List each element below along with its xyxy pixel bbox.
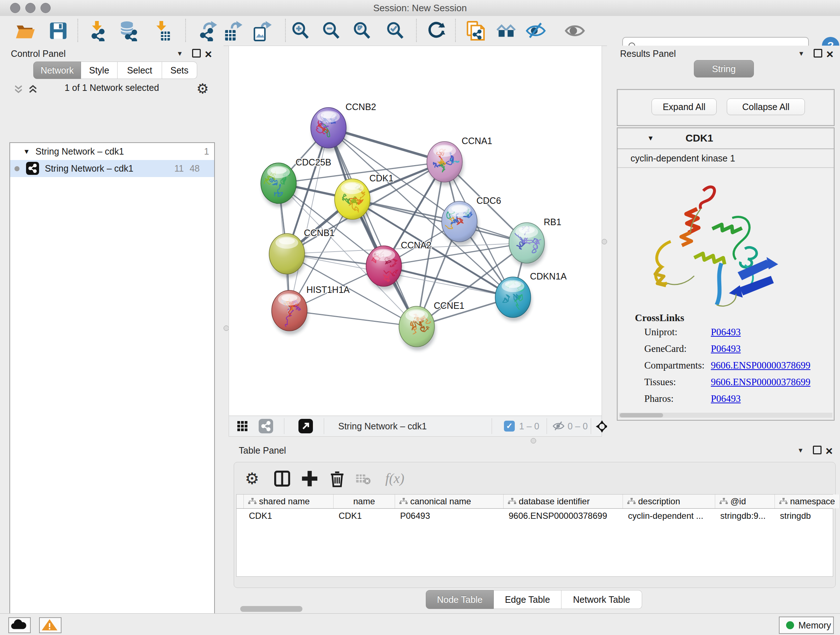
- function-builder-icon[interactable]: f(x): [385, 470, 404, 486]
- external-link-icon[interactable]: [298, 419, 313, 433]
- table-hscrollbar[interactable]: [240, 606, 302, 612]
- export-table-icon[interactable]: [222, 20, 243, 41]
- refresh-icon[interactable]: [426, 20, 447, 41]
- left-splitter-handle[interactable]: [224, 325, 229, 331]
- add-column-icon[interactable]: [300, 469, 319, 488]
- column-header-name[interactable]: name: [333, 494, 395, 508]
- column-header-namespace[interactable]: namespace: [775, 494, 840, 508]
- duplicate-network-icon[interactable]: [464, 20, 485, 41]
- network-node-ccna1[interactable]: CCNA1: [427, 136, 493, 186]
- table-cell[interactable]: P06493: [395, 509, 508, 523]
- control-panel-collapse-icon[interactable]: ▼: [177, 50, 183, 57]
- node-table[interactable]: shared namenamecanonical namedatabase id…: [236, 494, 833, 577]
- table-panel-float-icon[interactable]: [813, 446, 821, 454]
- collection-expand-icon[interactable]: ▼: [23, 143, 30, 160]
- results-actions-box: Expand All Collapse All: [617, 89, 835, 126]
- crosslink-value[interactable]: P06493: [711, 326, 741, 338]
- table-cell[interactable]: cyclin-dependent ...: [623, 509, 720, 523]
- network-node-cdc6[interactable]: CDC6: [442, 195, 501, 245]
- results-panel-close-icon[interactable]: ×: [826, 50, 834, 57]
- birdseye-icon[interactable]: [496, 20, 516, 41]
- table-panel-close-icon[interactable]: ×: [826, 447, 833, 454]
- network-node-ccnb1[interactable]: CCNB1: [269, 228, 335, 278]
- warning-icon[interactable]: [39, 617, 62, 633]
- column-header-canonicalname[interactable]: canonical name: [395, 494, 504, 508]
- protein-structure-image: [636, 174, 796, 312]
- tab-network-table[interactable]: Network Table: [561, 590, 642, 609]
- control-panel: Control Panel ▼ × NetworkStyleSelectSets…: [0, 46, 224, 613]
- tab-sets[interactable]: Sets: [162, 62, 197, 79]
- open-session-icon[interactable]: [14, 20, 35, 41]
- zoom-fit-icon[interactable]: [352, 20, 373, 41]
- right-splitter-handle[interactable]: [602, 239, 607, 244]
- results-panel-float-icon[interactable]: [813, 49, 822, 57]
- zoom-out-icon[interactable]: [321, 20, 342, 41]
- tab-style[interactable]: Style: [81, 62, 118, 79]
- node-count: 11: [174, 160, 184, 177]
- hide-graphics-icon[interactable]: [525, 20, 546, 41]
- import-network-icon[interactable]: [88, 20, 109, 41]
- table-cell[interactable]: CDK1: [244, 509, 338, 523]
- split-columns-icon[interactable]: [272, 469, 292, 488]
- table-settings-icon[interactable]: ⚙: [245, 469, 264, 488]
- table-cell[interactable]: stringdb:9...: [715, 509, 780, 523]
- column-header-description[interactable]: description: [623, 494, 715, 508]
- table-cell[interactable]: CDK1: [333, 509, 400, 523]
- table-panel-header: Table Panel ▼ ×: [229, 445, 840, 461]
- gene-collapse-icon[interactable]: ▼: [647, 128, 654, 149]
- delete-column-icon[interactable]: [327, 469, 347, 488]
- memory-status-dot: [786, 621, 794, 629]
- network-node-cdk1[interactable]: CDK1: [335, 173, 393, 223]
- memory-label: Memory: [798, 617, 831, 633]
- network-node-cdc25b[interactable]: CDC25B: [261, 157, 332, 207]
- tab-string[interactable]: String: [694, 60, 754, 78]
- table-panel-collapse-icon[interactable]: ▼: [797, 447, 804, 454]
- table-cell[interactable]: 9606.ENSP00000378699: [504, 509, 628, 523]
- expand-all-button[interactable]: Expand All: [652, 98, 717, 115]
- table-cell[interactable]: stringdb: [775, 509, 840, 523]
- table-panel-title: Table Panel: [239, 445, 286, 456]
- crosslink-value[interactable]: 9606.ENSP00000378699: [711, 377, 810, 388]
- network-options-gear-icon[interactable]: ⚙: [196, 82, 209, 96]
- tab-network[interactable]: Network: [33, 62, 81, 79]
- crosslink-value[interactable]: P06493: [711, 393, 741, 404]
- network-node-rb1[interactable]: RB1: [509, 217, 561, 267]
- column-header-sharedname[interactable]: shared name: [244, 494, 333, 508]
- network-node-ccnb2[interactable]: CCNB2: [311, 102, 376, 152]
- delete-table-icon[interactable]: [355, 472, 375, 492]
- results-panel-collapse-icon[interactable]: ▼: [798, 50, 805, 57]
- network-node-hist1h1a[interactable]: HIST1H1A: [272, 285, 350, 334]
- tab-select[interactable]: Select: [118, 62, 162, 79]
- tab-node-table[interactable]: Node Table: [426, 590, 494, 609]
- import-database-icon[interactable]: [118, 20, 140, 41]
- selected-checkbox-icon[interactable]: ✓: [504, 421, 515, 432]
- tab-edge-table[interactable]: Edge Table: [494, 590, 561, 609]
- show-graphics-icon[interactable]: [564, 20, 585, 41]
- column-header-databaseidentifier[interactable]: database identifier: [504, 494, 623, 508]
- memory-button[interactable]: Memory: [779, 616, 834, 634]
- save-session-icon[interactable]: [48, 20, 69, 41]
- control-panel-float-icon[interactable]: [192, 49, 201, 57]
- network-canvas[interactable]: CCNB2CCNA1CDC25BCDK1CDC6RB1CCNB1CCNA2CDK…: [229, 46, 602, 416]
- network-node-cdkn1a[interactable]: CDKN1A: [495, 271, 567, 321]
- network-collection-row[interactable]: ▼ String Network – cdk1 1: [10, 143, 214, 160]
- grid-view-icon[interactable]: [237, 421, 248, 433]
- control-panel-close-icon[interactable]: ×: [205, 50, 212, 57]
- export-image-icon[interactable]: [251, 20, 272, 41]
- network-row[interactable]: String Network – cdk1 11 48: [10, 160, 214, 177]
- results-hscrollbar[interactable]: [619, 413, 832, 418]
- share-view-icon[interactable]: [259, 419, 273, 433]
- hidden-eye-icon[interactable]: [553, 421, 565, 433]
- crosslink-value[interactable]: 9606.ENSP00000378699: [711, 360, 810, 371]
- zoom-in-icon[interactable]: [290, 20, 311, 41]
- export-network-icon[interactable]: [197, 20, 218, 41]
- horizontal-splitter-handle[interactable]: [531, 438, 536, 443]
- zoom-selected-icon[interactable]: [385, 20, 406, 41]
- gene-section-header[interactable]: ▼ CDK1: [617, 128, 834, 149]
- import-table-icon[interactable]: [152, 20, 173, 41]
- node-label-ccne1: CCNE1: [434, 301, 464, 310]
- crosslink-value[interactable]: P06493: [711, 343, 741, 355]
- cloud-icon[interactable]: [8, 617, 31, 633]
- collapse-all-button[interactable]: Collapse All: [727, 98, 805, 115]
- column-header-id[interactable]: @id: [715, 494, 775, 508]
